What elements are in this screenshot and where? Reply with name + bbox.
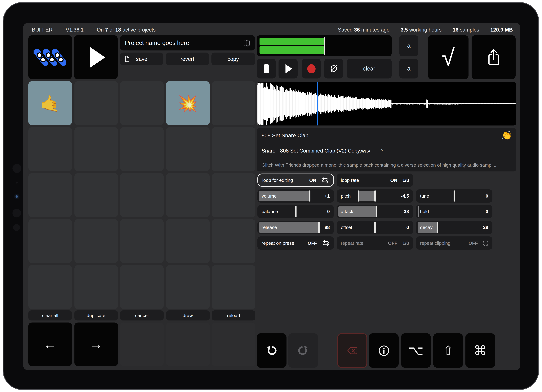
phase-button[interactable]: Ø	[324, 59, 343, 79]
draw-button[interactable]: draw	[166, 310, 210, 321]
save-button[interactable]: save	[120, 53, 163, 65]
slider-tick[interactable]	[374, 222, 376, 233]
delete-button[interactable]	[337, 333, 367, 368]
slider-tick[interactable]	[309, 190, 310, 201]
slider-tick[interactable]	[453, 190, 455, 201]
play-icon	[90, 47, 105, 68]
pad-r3c4[interactable]	[212, 219, 255, 263]
stop-button[interactable]	[257, 59, 276, 79]
param-hold[interactable]: hold0	[416, 205, 493, 218]
action-label: draw	[183, 313, 193, 318]
sample-pad-r0c0[interactable]: 🤙	[28, 81, 72, 125]
sample-filename: Snare - 808 Set Combined Clap (V2) Copy.…	[262, 148, 370, 154]
param-repeat-on-press[interactable]: repeat on pressOFF	[257, 236, 334, 249]
slider-tick[interactable]	[295, 206, 296, 217]
arrow-left-icon: ←	[43, 337, 57, 352]
param-label: repeat on press	[262, 240, 294, 246]
duplicate-button[interactable]: duplicate	[74, 310, 118, 321]
record-icon	[307, 64, 315, 73]
slot-a-button-bottom[interactable]: a	[399, 59, 418, 79]
project-name-input[interactable]: Project name goes here	[120, 35, 255, 50]
param-attack[interactable]: attack33	[337, 205, 413, 218]
option-button[interactable]: ⌥	[401, 333, 431, 368]
level-meter	[257, 35, 392, 56]
sample-filename-row[interactable]: Snare - 808 Set Combined Clap (V2) Copy.…	[262, 148, 383, 154]
param-tune[interactable]: tune0	[416, 189, 493, 202]
param-decay[interactable]: decay29	[416, 221, 493, 234]
pad-r1c1[interactable]	[74, 127, 118, 171]
record-button[interactable]	[302, 59, 321, 79]
param-release[interactable]: release88	[257, 221, 334, 234]
pad-r4c3[interactable]	[166, 265, 210, 309]
share-button[interactable]	[472, 35, 516, 79]
arrow-right-icon: →	[89, 337, 103, 352]
pad-r0c4[interactable]	[212, 81, 255, 125]
shift-button[interactable]: ⇧	[433, 333, 463, 368]
pad-r1c4[interactable]	[212, 127, 255, 171]
level-meter-track	[260, 37, 389, 54]
info-button[interactable]	[369, 333, 399, 368]
reload-button[interactable]: reload	[212, 310, 255, 321]
back-button[interactable]: ←	[28, 323, 72, 366]
pad-r3c3[interactable]	[166, 219, 210, 263]
slider-tick[interactable]	[374, 190, 376, 201]
pad-r1c0[interactable]	[28, 127, 72, 171]
pad-r3c2[interactable]	[120, 219, 164, 263]
undo-button[interactable]	[257, 333, 287, 368]
pad-r2c1[interactable]	[74, 173, 118, 217]
pad-r2c0[interactable]	[28, 173, 72, 217]
level-meter-cursor	[324, 37, 325, 55]
param-value: 0	[486, 193, 488, 199]
slider-tick[interactable]	[418, 206, 419, 217]
pad-r4c2[interactable]	[120, 265, 164, 309]
clear-button[interactable]: clear	[347, 59, 392, 79]
pad-r3c0[interactable]	[28, 219, 72, 263]
param-offset[interactable]: offset0	[337, 221, 413, 234]
sample-pad-r0c3[interactable]: 💥	[166, 81, 210, 125]
redo-button[interactable]	[288, 333, 318, 368]
sensor-dot	[13, 224, 20, 231]
pad-r0c1[interactable]	[74, 81, 118, 125]
pad-r2c2[interactable]	[120, 173, 164, 217]
revert-button[interactable]: revert	[166, 53, 209, 65]
pad-r0c2[interactable]	[120, 81, 164, 125]
param-volume[interactable]: volume+1	[257, 189, 334, 202]
param-balance[interactable]: balance0	[257, 205, 334, 218]
pad-r4c0[interactable]	[28, 265, 72, 309]
param-pitch[interactable]: pitch-4.5	[337, 189, 413, 202]
action-label: clear all	[42, 313, 58, 318]
pad-r2c3[interactable]	[166, 173, 210, 217]
slot-a-button-top[interactable]: a	[399, 35, 418, 56]
clear-all-button[interactable]: clear all	[28, 310, 72, 321]
playhead-cursor[interactable]	[317, 82, 318, 126]
sensor-dot	[12, 164, 22, 173]
bottom-nav-row: ← →	[28, 323, 255, 366]
slider-tick[interactable]	[376, 206, 377, 217]
collapse-caret-icon[interactable]: ^	[381, 148, 383, 154]
saved-status: Saved 36 minutes ago	[338, 27, 390, 33]
slider-tick[interactable]	[358, 190, 359, 201]
app-logo-button[interactable]	[28, 35, 72, 79]
pad-r3c1[interactable]	[74, 219, 118, 263]
param-loop-rate[interactable]: loop rateON1/8	[337, 174, 413, 187]
sqrt-button[interactable]: √	[428, 35, 469, 79]
param-loop-for-editing[interactable]: loop for editingON	[257, 174, 334, 187]
undo-icon	[266, 345, 277, 356]
param-repeat-clipping[interactable]: repeat clippingOFF	[416, 236, 493, 249]
pad-r1c2[interactable]	[120, 127, 164, 171]
pad-r1c3[interactable]	[166, 127, 210, 171]
cancel-button[interactable]: cancel	[120, 310, 164, 321]
waveform-display[interactable]	[257, 82, 516, 126]
page: BUFFERV1.36.1On 7 of 18 active projects …	[0, 0, 542, 392]
play-transport-button[interactable]	[279, 59, 298, 79]
pad-r4c4[interactable]	[212, 265, 255, 309]
param-repeat-rate[interactable]: repeat rateOFF1/8	[337, 236, 413, 249]
command-button[interactable]: ⌘	[466, 333, 495, 368]
slider-tick[interactable]	[318, 222, 320, 233]
copy-button[interactable]: copy	[211, 53, 255, 65]
forward-button[interactable]: →	[74, 323, 118, 366]
pad-r2c4[interactable]	[212, 173, 255, 217]
play-main-button[interactable]	[74, 35, 118, 79]
slider-tick[interactable]	[437, 222, 438, 233]
pad-r4c1[interactable]	[74, 265, 118, 309]
